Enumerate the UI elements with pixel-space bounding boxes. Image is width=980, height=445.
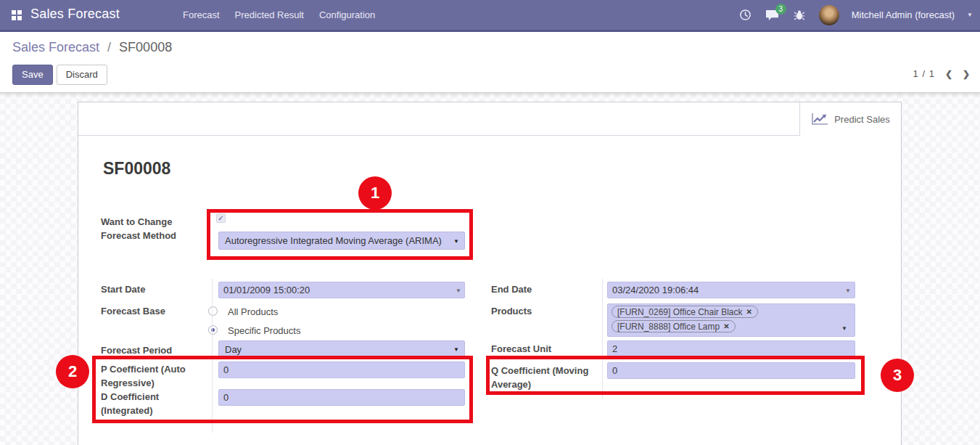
- record-pager: 1 / 1 ❮ ❯: [913, 68, 970, 79]
- product-tag: [FURN_0269] Office Chair Black ✕: [612, 306, 758, 318]
- method-checkbox[interactable]: ✓: [216, 213, 226, 223]
- product-tag-label: [FURN_0269] Office Chair Black: [617, 307, 743, 317]
- products-tags-field[interactable]: [FURN_0269] Office Chair Black ✕ [FURN_8…: [607, 303, 855, 337]
- menu-predicted-result[interactable]: Predicted Result: [235, 9, 304, 20]
- user-menu[interactable]: Mitchell Admin (forecast): [852, 9, 955, 20]
- menu-forecast[interactable]: Forecast: [183, 9, 220, 20]
- radio-all-products[interactable]: [208, 306, 218, 316]
- end-date-label: End Date: [491, 282, 601, 296]
- select-caret-icon: ▼: [453, 346, 459, 353]
- radio-specific-products[interactable]: [208, 325, 218, 335]
- d-coefficient-input[interactable]: [218, 389, 465, 406]
- activities-clock-icon[interactable]: [738, 8, 753, 23]
- remove-tag-icon[interactable]: ✕: [746, 308, 752, 316]
- pager-count: 1 / 1: [913, 68, 935, 79]
- method-select[interactable]: Autoregressive Integrated Moving Average…: [218, 232, 465, 250]
- q-coefficient-input[interactable]: [607, 362, 855, 379]
- debug-bug-icon[interactable]: [792, 8, 807, 23]
- pager-next-icon[interactable]: ❯: [963, 69, 970, 79]
- predict-sales-button[interactable]: Predict Sales: [799, 102, 901, 136]
- products-caret-icon[interactable]: ▼: [841, 325, 847, 332]
- predict-sales-label: Predict Sales: [834, 114, 890, 125]
- save-button[interactable]: Save: [12, 65, 53, 85]
- product-tag-label: [FURN_8888] Office Lamp: [617, 322, 720, 332]
- form-sheet: Predict Sales SF00008 Want to Change For…: [78, 102, 902, 445]
- start-date-label: Start Date: [101, 282, 211, 296]
- breadcrumb-separator: /: [107, 40, 111, 54]
- start-date-caret-icon[interactable]: ▼: [456, 287, 461, 294]
- record-title: SF00008: [103, 159, 170, 179]
- forecast-unit-label: Forecast Unit: [491, 342, 601, 356]
- label-column-divider: [602, 279, 603, 399]
- method-label: Want to Change Forecast Method: [101, 215, 211, 242]
- forecast-base-label: Forecast Base: [101, 304, 211, 318]
- control-panel: Sales Forecast / SF00008 Save Discard 1 …: [0, 32, 980, 93]
- content-area: Predict Sales SF00008 Want to Change For…: [0, 93, 980, 445]
- radio-specific-products-label[interactable]: Specific Products: [228, 325, 300, 336]
- breadcrumb-parent-link[interactable]: Sales Forecast: [12, 40, 99, 54]
- page: Sales Forecast Forecast Predicted Result…: [0, 0, 980, 445]
- forecast-period-value: Day: [225, 344, 242, 355]
- method-select-value: Autoregressive Integrated Moving Average…: [225, 235, 442, 246]
- user-avatar[interactable]: [819, 5, 839, 25]
- discard-button[interactable]: Discard: [57, 65, 107, 85]
- breadcrumb-current: SF00008: [119, 40, 172, 54]
- remove-tag-icon[interactable]: ✕: [723, 322, 729, 330]
- top-navbar: Sales Forecast Forecast Predicted Result…: [0, 0, 980, 32]
- p-coefficient-label: P Coefficient (Auto Regressive): [101, 362, 211, 390]
- checkmark-icon: ✓: [217, 214, 225, 223]
- q-coefficient-label: Q Coefficient (Moving Average): [491, 364, 606, 391]
- pager-previous-icon[interactable]: ❮: [945, 69, 952, 79]
- start-date-input[interactable]: [218, 282, 465, 298]
- products-label: Products: [491, 304, 601, 318]
- end-date-caret-icon[interactable]: ▼: [845, 287, 851, 294]
- forecast-unit-input[interactable]: [607, 340, 855, 357]
- nav-menu: Forecast Predicted Result Configuration: [183, 0, 375, 30]
- messages-count-badge: 3: [775, 4, 786, 15]
- form-statusbar: Predict Sales: [78, 102, 901, 136]
- app-name: Sales Forecast: [30, 7, 120, 22]
- navbar-right: 3 Mitchell Admin (forecast) ▼: [738, 0, 973, 30]
- apps-menu-icon[interactable]: [12, 10, 22, 20]
- label-column-divider: [212, 279, 213, 433]
- menu-configuration[interactable]: Configuration: [319, 9, 375, 20]
- select-caret-icon: ▼: [453, 237, 459, 244]
- p-coefficient-input[interactable]: [218, 362, 465, 378]
- user-menu-caret-icon[interactable]: ▼: [967, 12, 973, 18]
- d-coefficient-label: D Coefficient (Integrated): [101, 390, 211, 417]
- radio-all-products-label[interactable]: All Products: [228, 306, 278, 317]
- breadcrumb: Sales Forecast / SF00008: [12, 40, 172, 55]
- form-action-buttons: Save Discard: [12, 65, 107, 85]
- end-date-input[interactable]: [607, 282, 855, 298]
- messages-chat-icon[interactable]: 3: [765, 8, 780, 23]
- forecast-period-select[interactable]: Day ▼: [218, 340, 465, 358]
- line-chart-icon: [811, 113, 828, 126]
- product-tag: [FURN_8888] Office Lamp ✕: [612, 320, 736, 332]
- forecast-period-label: Forecast Period: [101, 343, 211, 357]
